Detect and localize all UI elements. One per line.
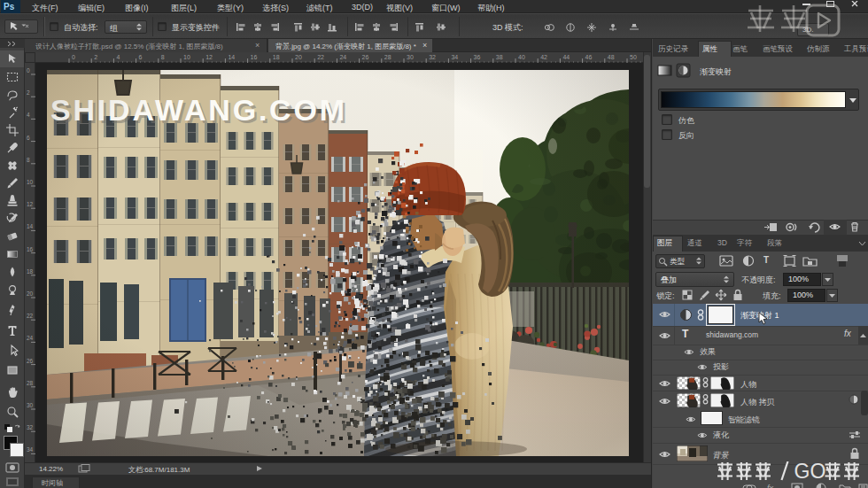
- svg-text:24: 24: [339, 54, 346, 60]
- svg-text:32: 32: [27, 424, 34, 430]
- svg-text:26: 26: [27, 358, 34, 364]
- svg-text:20: 20: [295, 54, 302, 60]
- svg-text:18: 18: [27, 268, 34, 275]
- svg-text:26: 26: [362, 54, 369, 60]
- svg-text:34: 34: [451, 54, 458, 60]
- svg-text:4: 4: [27, 112, 30, 118]
- svg-text:10: 10: [183, 54, 190, 60]
- svg-text:30: 30: [407, 54, 414, 60]
- svg-text:14: 14: [27, 223, 34, 229]
- svg-text:30: 30: [27, 402, 34, 408]
- svg-text:2: 2: [27, 89, 30, 96]
- svg-text:28: 28: [27, 380, 34, 386]
- svg-text:GO: GO: [794, 461, 826, 482]
- svg-text:10: 10: [27, 179, 34, 185]
- svg-text:48: 48: [608, 54, 615, 60]
- svg-text:16: 16: [251, 54, 258, 60]
- svg-text:22: 22: [27, 313, 34, 319]
- svg-text:fx.: fx.: [767, 484, 776, 488]
- svg-text:32: 32: [429, 54, 436, 60]
- svg-text:8: 8: [161, 54, 165, 60]
- svg-text:16: 16: [27, 246, 34, 252]
- svg-text:22: 22: [317, 54, 324, 60]
- svg-text:2: 2: [94, 54, 97, 60]
- svg-text:42: 42: [540, 54, 547, 60]
- svg-text:14: 14: [228, 54, 235, 60]
- svg-text:12: 12: [27, 201, 34, 207]
- svg-text:50: 50: [630, 54, 637, 60]
- svg-text:0: 0: [72, 54, 75, 60]
- svg-text:6: 6: [27, 135, 30, 141]
- svg-text:6: 6: [139, 54, 143, 60]
- svg-text:28: 28: [384, 54, 391, 60]
- svg-text:12: 12: [205, 54, 213, 60]
- svg-text:4: 4: [116, 54, 120, 60]
- svg-text:44: 44: [562, 54, 570, 60]
- svg-text:24: 24: [27, 335, 34, 341]
- svg-text:46: 46: [585, 54, 593, 60]
- svg-text:34: 34: [27, 446, 34, 453]
- svg-text:40: 40: [518, 54, 525, 60]
- svg-text:38: 38: [496, 54, 503, 60]
- svg-text:0: 0: [27, 67, 30, 74]
- svg-text:20: 20: [27, 290, 34, 297]
- svg-text:36: 36: [474, 54, 481, 60]
- svg-text:18: 18: [273, 54, 280, 60]
- svg-text:8: 8: [27, 157, 30, 163]
